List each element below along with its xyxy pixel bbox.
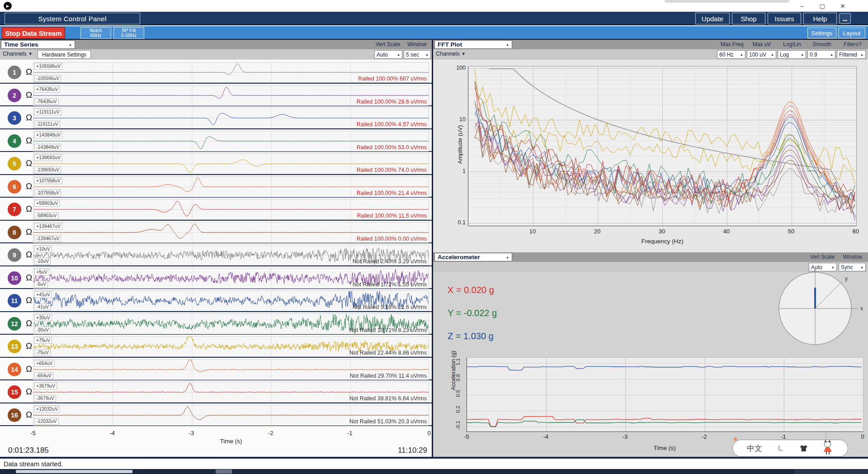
channel-number-badge[interactable]: 4 [8,134,21,148]
channel-number-badge[interactable]: 13 [8,340,21,353]
voltage-max-label: +75uV [34,337,52,344]
impedance-button[interactable]: Ω [26,136,32,146]
shop-button[interactable]: Shop [732,13,765,24]
mascot-cat-icon[interactable] [823,441,834,455]
window-label: Window [404,41,430,47]
channel-number-badge[interactable]: 10 [8,271,21,285]
chevron-up-icon: ▲ [830,53,833,56]
dark-mode-moon-icon[interactable]: ☾ [776,442,787,454]
railed-status: Railed 100.00% 53.0 uVrms [357,144,427,151]
chevron-up-icon: ▲ [740,53,743,56]
channel-number-badge[interactable]: 9 [8,248,21,262]
close-button[interactable]: ✕ [833,0,853,12]
fft-x-tick: 20 [590,228,605,235]
stop-data-stream-button[interactable]: Stop Data Stream [2,27,65,39]
channel-number-badge[interactable]: 12 [8,317,21,331]
maximize-button[interactable]: ▢ [812,0,832,12]
railed-status: Railed 100.00% 687 uVrms [358,76,427,82]
timeseries-x-tick: -4 [103,430,121,436]
max-uv-dropdown[interactable]: 100 uV ▲ [747,50,776,59]
voltage-min-label: -119111uV [34,121,60,128]
fft-plot-area [468,66,857,226]
channel-number-badge[interactable]: 7 [8,203,21,216]
vert-scale-dropdown[interactable]: Auto ▲ [374,50,402,59]
accel-x-tick: 0 [855,433,868,440]
impedance-button[interactable]: Ω [26,90,32,100]
channel-row: 14Ω+654uV-654uVNot Railed 29.70% 11.4 uV… [0,359,432,381]
timeseries-channels-button[interactable]: Channels ▼ [3,51,33,57]
channel-number-badge[interactable]: 6 [8,180,21,194]
impedance-button[interactable]: Ω [26,67,32,77]
voltage-min-label: -30uV [34,327,51,333]
os-taskbar[interactable] [0,469,868,474]
fft-canvas [468,66,856,226]
impedance-button[interactable]: Ω [26,204,32,214]
impedance-button[interactable]: Ω [26,410,32,420]
channel-number-badge[interactable]: 3 [8,111,21,125]
minimize-button[interactable]: – [792,0,812,12]
taskbar-tray[interactable] [795,469,868,474]
channel-number-badge[interactable]: 5 [8,157,21,171]
voltage-max-label: +119111uV [34,109,61,115]
impedance-button[interactable]: Ω [26,341,32,351]
help-button[interactable]: Help [803,13,837,24]
voltage-min-label: -139467uV [34,235,61,242]
channel-number-badge[interactable]: 15 [8,385,21,399]
channel-number-badge[interactable]: 16 [8,408,21,422]
timeseries-widget-dropdown[interactable]: Time Series ▲ [1,40,75,49]
channel-number-badge[interactable]: 14 [8,363,21,376]
window-dropdown[interactable]: 5 sec ▲ [404,50,431,59]
filters-dropdown[interactable]: Filtered ▲ [837,50,866,59]
fft-widget-dropdown[interactable]: FFT Plot ▲ [434,40,512,49]
fft-channels-button[interactable]: Channels ▼ [436,51,466,57]
max-freq-dropdown[interactable]: 60 Hz ▲ [717,50,745,59]
channel-number-badge[interactable]: 8 [8,226,21,239]
bandpass-filter-button[interactable]: BP Filt 5-50Hz [113,27,144,39]
railed-status: Railed 100.00% 11.5 uVrms [357,213,427,219]
accel-y-tick: 1.1 [455,355,461,369]
accel-widget-dropdown[interactable]: Accelerometer ▲ [434,253,512,261]
channel-number-badge[interactable]: 1 [8,66,21,79]
extension-pill[interactable]: 中文 ☾ [732,440,848,457]
system-control-panel-button[interactable]: System Control Panel [5,13,140,24]
notch-filter-button[interactable]: Notch 60Hz [80,27,111,39]
issues-button[interactable]: Issues [768,13,801,24]
layout-button[interactable]: Layout [838,28,865,38]
notch-label-2: 60Hz [90,33,102,38]
chevron-up-icon: ▲ [801,53,804,56]
tshirt-icon[interactable] [800,445,807,451]
impedance-button[interactable]: Ω [26,295,32,305]
impedance-button[interactable]: Ω [26,227,32,237]
settings-button[interactable]: Settings [807,28,836,38]
timeseries-x-tick: -5 [24,430,42,436]
channel-number-badge[interactable]: 2 [8,89,21,102]
impedance-button[interactable]: Ω [26,181,32,191]
channel-number-badge[interactable]: 11 [8,294,21,308]
voltage-min-label: -3679uV [34,395,56,402]
channel-plot: +139693uV-139693uVRailed 100.00% 74.0 uV… [33,153,429,174]
impedance-button[interactable]: Ω [26,318,32,328]
impedance-button[interactable]: Ω [26,250,32,260]
channel-plot: +76435uV-76435uVRailed 100.00% 28.6 uVrm… [33,85,429,106]
log-lin-dropdown[interactable]: Log ▲ [778,50,806,59]
hardware-settings-button[interactable]: Hardware Settings [38,50,91,59]
voltage-max-label: +10uV [34,246,52,252]
impedance-button[interactable]: Ω [26,158,32,168]
channels-label: Channels [3,51,27,57]
channel-row: 3Ω+119111uV-119111uVRailed 100.00% 4.57 … [0,107,432,129]
max-uv-value: 100 uV [749,52,766,58]
record-indicator-icon[interactable]: ▶ [4,2,12,10]
impedance-button[interactable]: Ω [26,364,32,374]
taskbar-app-segment[interactable] [16,470,132,473]
console-log-button[interactable]: ▪▪▪ [839,13,851,24]
smooth-dropdown[interactable]: 0.9 ▲ [807,50,835,59]
fft-y-tick: 1 [450,168,466,174]
language-button[interactable]: 中文 [747,443,762,454]
smooth-label: Smooth [809,41,835,47]
accel-x-tick: -3 [617,433,632,440]
impedance-button[interactable]: Ω [26,387,32,397]
update-button[interactable]: Update [695,13,730,24]
taskbar-app-icon[interactable] [216,469,232,474]
impedance-button[interactable]: Ω [26,273,32,283]
impedance-button[interactable]: Ω [26,113,32,123]
